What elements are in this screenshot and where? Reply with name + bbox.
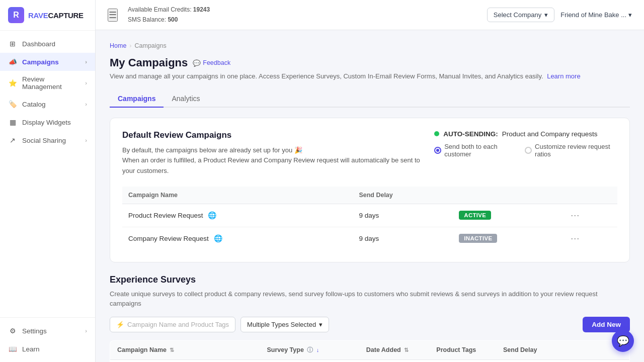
- credits-value: 19243: [193, 6, 210, 13]
- actions-cell: ···: [562, 204, 617, 227]
- logo-icon: R: [8, 7, 24, 23]
- radio-customize[interactable]: Customize review request ratios: [525, 143, 617, 158]
- status-badge: ACTIVE: [459, 211, 491, 220]
- breadcrumb-current: Campaigns: [135, 42, 167, 49]
- table-row: Company Review Request 🌐 9 days INACTIVE…: [122, 227, 617, 250]
- radio-option-2-label: Customize review request ratios: [535, 143, 617, 158]
- sidebar-item-label: Display Widgets: [22, 119, 71, 126]
- section-description: Create unique surveys to collect product…: [110, 289, 630, 309]
- sort-icon[interactable]: ⇅: [404, 347, 409, 353]
- product-tags-cell: Wade's Pro...: [429, 359, 496, 362]
- select-company-label: Select Company: [494, 11, 541, 19]
- sidebar: R RAVECAPTURE ⊞ Dashboard 📣 Campaigns › …: [0, 0, 96, 362]
- catalog-icon: 🏷️: [8, 100, 17, 109]
- sidebar-item-learn[interactable]: 📖 Learn: [0, 340, 95, 358]
- sidebar-nav: ⊞ Dashboard 📣 Campaigns › ⭐ Review Manag…: [0, 31, 95, 317]
- review-icon: ⭐: [8, 78, 17, 87]
- credits-label: Available Email Credits:: [128, 6, 192, 13]
- tab-campaigns[interactable]: Campaigns: [110, 90, 164, 108]
- send-delay-cell: 9 days: [353, 204, 453, 227]
- campaign-name-cell: General Sales Pitch Collector: [110, 359, 260, 362]
- sidebar-item-label: Learn: [22, 345, 40, 353]
- sidebar-item-label: Review Management: [22, 75, 80, 90]
- auto-sending-value: Product and Company requests: [502, 130, 598, 138]
- globe-icon: 🌐: [214, 234, 222, 242]
- sidebar-item-label: Catalog: [22, 101, 46, 108]
- col-toggle: [555, 340, 595, 359]
- card-left: Default Review Campaigns By default, the…: [122, 130, 434, 176]
- survey-type-cell: PRODUCT SPECIFIC: [260, 359, 359, 362]
- breadcrumb-separator: ›: [129, 42, 131, 49]
- sort-icon[interactable]: ⇅: [170, 347, 174, 353]
- radio-selected-indicator: [434, 147, 441, 154]
- sidebar-item-campaigns[interactable]: 📣 Campaigns ›: [0, 53, 95, 71]
- row-more-button[interactable]: ···: [569, 233, 582, 244]
- campaigns-icon: 📣: [8, 57, 17, 66]
- review-radio-group: Send both to each customer Customize rev…: [434, 143, 617, 158]
- feedback-label: Feedback: [203, 59, 230, 66]
- chat-support-button[interactable]: 💬: [612, 330, 634, 352]
- col-product-tags: Product Tags: [429, 340, 496, 359]
- radio-option-1-label: Send both to each customer: [444, 143, 517, 158]
- page-description: View and manage all your campaigns in on…: [110, 71, 630, 81]
- send-delay-cell: 9 days: [353, 227, 453, 250]
- sidebar-item-social-sharing[interactable]: ↗ Social Sharing ›: [0, 131, 95, 149]
- filter-placeholder: Campaign Name and Product Tags: [127, 321, 229, 328]
- sort-icon-active[interactable]: ↓: [316, 347, 319, 353]
- campaign-name-filter[interactable]: ⚡ Campaign Name and Product Tags: [110, 317, 235, 332]
- tab-analytics[interactable]: Analytics: [164, 90, 208, 108]
- default-review-campaigns-card: Default Review Campaigns By default, the…: [110, 118, 630, 262]
- campaign-name-cell: Product Review Request 🌐: [122, 204, 353, 227]
- status-badge: INACTIVE: [459, 234, 497, 243]
- chevron-down-icon: ▾: [319, 321, 323, 328]
- radio-send-both[interactable]: Send both to each customer: [434, 143, 517, 158]
- sidebar-bottom: ⚙ Settings › 📖 Learn: [0, 317, 95, 362]
- widgets-icon: ▦: [8, 118, 17, 127]
- toggle-cell: [555, 359, 595, 362]
- row-more-button[interactable]: ···: [569, 210, 582, 221]
- sidebar-item-dashboard[interactable]: ⊞ Dashboard: [0, 35, 95, 53]
- default-campaigns-table: Campaign Name Send Delay Product Review …: [122, 187, 617, 250]
- chevron-right-icon: ›: [85, 59, 87, 65]
- sidebar-item-review-management[interactable]: ⭐ Review Management ›: [0, 71, 95, 95]
- card-description: By default, the campaigns below are alre…: [122, 145, 434, 176]
- table-row: General Sales Pitch Collector PRODUCT SP…: [110, 359, 630, 362]
- sidebar-item-label: Dashboard: [22, 40, 55, 48]
- col-date-added: Date Added ⇅: [359, 340, 430, 359]
- sidebar-item-display-widgets[interactable]: ▦ Display Widgets: [0, 113, 95, 131]
- auto-sending-status: AUTO-SENDING: Product and Company reques…: [434, 130, 617, 138]
- col-send-delay: Send Delay: [496, 340, 555, 359]
- globe-icon: 🌐: [208, 211, 216, 219]
- page-title: My Campaigns: [110, 56, 188, 69]
- sidebar-item-settings[interactable]: ⚙ Settings ›: [0, 322, 95, 340]
- sidebar-toggle-button[interactable]: ☰: [108, 9, 118, 22]
- experience-surveys-table: Campaign Name ⇅ Survey Type ⓘ ↓ Date Add…: [110, 340, 630, 362]
- campaign-name-cell: Company Review Request 🌐: [122, 227, 353, 250]
- card-header: Default Review Campaigns By default, the…: [122, 130, 617, 176]
- sidebar-item-label: Social Sharing: [22, 137, 66, 144]
- dropdown-icon: ▾: [544, 11, 548, 19]
- sidebar-item-label: Campaigns: [22, 58, 59, 66]
- breadcrumb-home[interactable]: Home: [110, 42, 126, 49]
- col-send-delay: Send Delay: [353, 187, 453, 204]
- chevron-right-icon: ›: [85, 80, 87, 86]
- section-title: Experience Surveys: [110, 275, 630, 285]
- card-right: AUTO-SENDING: Product and Company reques…: [434, 130, 617, 158]
- sidebar-item-catalog[interactable]: 🏷️ Catalog ›: [0, 95, 95, 113]
- types-filter-select[interactable]: Multiple Types Selected ▾: [240, 317, 329, 332]
- page-content: Home › Campaigns My Campaigns 💬 Feedback…: [96, 30, 644, 362]
- email-credits-info: Available Email Credits: 19243 SMS Balan…: [128, 5, 210, 24]
- company-name-text: Friend of Mine Bake ...: [560, 11, 626, 19]
- tab-bar: Campaigns Analytics: [110, 90, 630, 108]
- feedback-button[interactable]: 💬 Feedback: [193, 59, 230, 67]
- chevron-right-icon: ›: [85, 101, 87, 107]
- col-status: [453, 187, 562, 204]
- actions-cell: ···: [562, 227, 617, 250]
- topbar: ☰ Available Email Credits: 19243 SMS Bal…: [96, 0, 644, 30]
- learn-more-link[interactable]: Learn more: [547, 72, 580, 80]
- filter-row: ⚡ Campaign Name and Product Tags Multipl…: [110, 317, 630, 332]
- col-actions: [562, 187, 617, 204]
- chevron-down-icon: ▾: [628, 11, 632, 19]
- select-company-button[interactable]: Select Company ▾: [487, 8, 554, 22]
- auto-sending-label: AUTO-SENDING:: [443, 130, 498, 138]
